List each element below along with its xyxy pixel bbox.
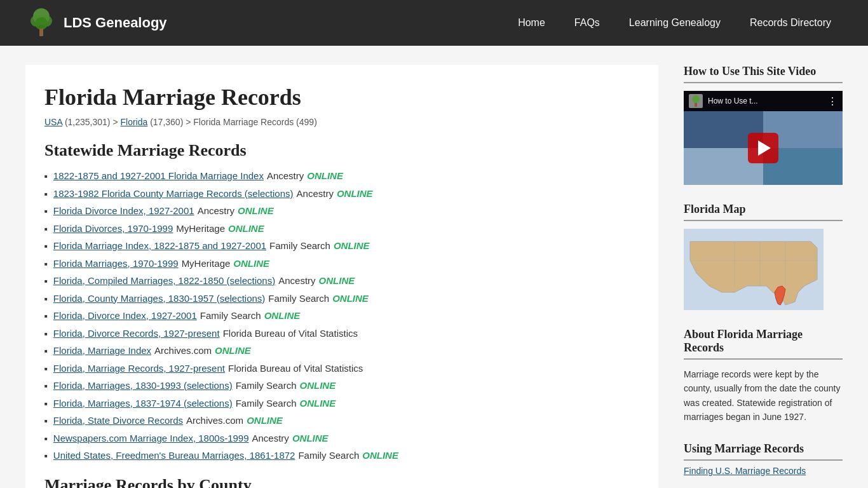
record-link[interactable]: Florida Divorce Index, 1927-2001 bbox=[53, 204, 194, 219]
record-link[interactable]: Florida, County Marriages, 1830-1957 (se… bbox=[53, 292, 266, 306]
using-heading: Using Marriage Records bbox=[684, 442, 843, 461]
provider-name: Archives.com bbox=[186, 414, 243, 428]
content-wrapper: Florida Marriage Records USA (1,235,301)… bbox=[0, 46, 868, 488]
svg-rect-6 bbox=[695, 103, 697, 107]
map-section: Florida Map bbox=[684, 203, 843, 310]
online-badge: ONLINE bbox=[233, 257, 269, 271]
list-item: Florida, State Divorce Records Archives.… bbox=[44, 414, 639, 428]
online-badge: ONLINE bbox=[362, 449, 398, 463]
breadcrumb-florida[interactable]: Florida bbox=[120, 117, 147, 127]
online-badge: ONLINE bbox=[300, 396, 336, 411]
video-options-icon[interactable]: ⋮ bbox=[827, 95, 837, 107]
list-item: Florida, Compiled Marriages, 1822-1850 (… bbox=[44, 274, 639, 288]
nav-records[interactable]: Records Directory bbox=[738, 12, 843, 34]
logo-area: LDS Genealogy bbox=[25, 7, 506, 39]
list-item: Newspapers.com Marriage Index, 1800s-199… bbox=[44, 431, 639, 446]
using-section: Using Marriage Records Finding U.S. Marr… bbox=[684, 442, 843, 476]
record-link[interactable]: Florida Divorces, 1970-1999 bbox=[53, 222, 173, 236]
list-item: Florida, Divorce Records, 1927-present F… bbox=[44, 327, 639, 341]
breadcrumb-florida-count: (17,360) bbox=[150, 117, 183, 127]
record-link[interactable]: Florida, Marriages, 1837-1974 (selection… bbox=[53, 396, 233, 411]
provider-name: Ancestry bbox=[278, 274, 315, 288]
provider-name: Florida Bureau of Vital Statistics bbox=[228, 362, 363, 376]
breadcrumb-usa-count: (1,235,301) bbox=[65, 117, 111, 127]
video-heading: How to Use This Site Video bbox=[684, 65, 843, 83]
svg-rect-4 bbox=[39, 29, 43, 36]
play-button[interactable] bbox=[748, 133, 778, 163]
record-link[interactable]: Newspapers.com Marriage Index, 1800s-199… bbox=[53, 431, 249, 446]
nav-home[interactable]: Home bbox=[506, 12, 557, 34]
online-badge: ONLINE bbox=[247, 414, 283, 428]
logo-tree-icon bbox=[25, 7, 57, 39]
online-badge: ONLINE bbox=[215, 344, 251, 358]
online-badge: ONLINE bbox=[332, 292, 369, 306]
video-section: How to Use This Site Video How to Use t.… bbox=[684, 65, 843, 185]
list-item: 1823-1982 Florida County Marriage Record… bbox=[44, 187, 639, 201]
provider-name: MyHeritage bbox=[182, 257, 231, 271]
list-item: Florida, County Marriages, 1830-1957 (se… bbox=[44, 292, 639, 306]
site-header: LDS Genealogy Home FAQs Learning Genealo… bbox=[0, 0, 868, 46]
about-section: About Florida Marriage Records Marriage … bbox=[684, 328, 843, 424]
online-badge: ONLINE bbox=[334, 239, 370, 254]
list-item: Florida, Marriages, 1837-1974 (selection… bbox=[44, 396, 639, 411]
online-badge: ONLINE bbox=[228, 222, 264, 236]
breadcrumb-usa[interactable]: USA bbox=[44, 117, 62, 127]
online-badge: ONLINE bbox=[337, 187, 373, 201]
list-item: Florida Marriage Index, 1822-1875 and 19… bbox=[44, 239, 639, 254]
video-bg bbox=[684, 111, 843, 185]
online-badge: ONLINE bbox=[238, 204, 274, 219]
online-badge: ONLINE bbox=[300, 379, 336, 393]
online-badge: ONLINE bbox=[307, 169, 343, 184]
main-nav: Home FAQs Learning Genealogy Records Dir… bbox=[506, 12, 843, 34]
record-link[interactable]: Florida Marriage Index, 1822-1875 and 19… bbox=[53, 239, 266, 254]
sidebar: How to Use This Site Video How to Use t.… bbox=[684, 65, 843, 488]
provider-name: Family Search bbox=[269, 239, 330, 254]
svg-point-5 bbox=[692, 95, 700, 103]
provider-name: Family Search bbox=[298, 449, 359, 463]
florida-map[interactable] bbox=[684, 229, 843, 310]
list-item: Florida Divorces, 1970-1999 MyHeritage O… bbox=[44, 222, 639, 236]
map-heading: Florida Map bbox=[684, 203, 843, 221]
record-link[interactable]: Florida, Marriage Records, 1927-present bbox=[53, 362, 225, 376]
record-link[interactable]: Florida, Marriages, 1830-1993 (selection… bbox=[53, 379, 233, 393]
provider-name: Florida Bureau of Vital Statistics bbox=[223, 327, 358, 341]
record-link[interactable]: 1822-1875 and 1927-2001 Florida Marriage… bbox=[53, 169, 264, 184]
svg-point-3 bbox=[35, 17, 48, 30]
online-badge: ONLINE bbox=[319, 274, 355, 288]
provider-name: Family Search bbox=[236, 379, 297, 393]
statewide-list: 1822-1875 and 1927-2001 Florida Marriage… bbox=[44, 169, 639, 463]
using-link[interactable]: Finding U.S. Marriage Records bbox=[684, 466, 843, 476]
list-item: 1822-1875 and 1927-2001 Florida Marriage… bbox=[44, 169, 639, 184]
about-text: Marriage records were kept by the county… bbox=[684, 367, 843, 424]
online-badge: ONLINE bbox=[292, 431, 329, 446]
provider-name: Family Search bbox=[268, 292, 329, 306]
record-link[interactable]: Florida Marriages, 1970-1999 bbox=[53, 257, 179, 271]
main-column: Florida Marriage Records USA (1,235,301)… bbox=[25, 65, 658, 488]
nav-faqs[interactable]: FAQs bbox=[563, 12, 611, 34]
record-link[interactable]: United States, Freedmen's Bureau Marriag… bbox=[53, 449, 295, 463]
video-bar: How to Use t... ⋮ bbox=[684, 91, 843, 111]
record-link[interactable]: 1823-1982 Florida County Marriage Record… bbox=[53, 187, 294, 201]
breadcrumb-trail: > Florida Marriage Records (499) bbox=[186, 117, 317, 127]
breadcrumb-sep1: > bbox=[112, 117, 120, 127]
nav-learning[interactable]: Learning Genealogy bbox=[618, 12, 732, 34]
record-link[interactable]: Florida, Compiled Marriages, 1822-1850 (… bbox=[53, 274, 275, 288]
record-link[interactable]: Florida, Divorce Index, 1927-2001 bbox=[53, 309, 197, 323]
breadcrumb: USA (1,235,301) > Florida (17,360) > Flo… bbox=[44, 117, 639, 127]
page-title: Florida Marriage Records bbox=[44, 84, 639, 111]
record-link[interactable]: Florida, Divorce Records, 1927-present bbox=[53, 327, 220, 341]
record-link[interactable]: Florida, Marriage Index bbox=[53, 344, 151, 358]
list-item: Florida, Divorce Index, 1927-2001 Family… bbox=[44, 309, 639, 323]
video-bar-icon bbox=[689, 94, 703, 108]
list-item: Florida, Marriages, 1830-1993 (selection… bbox=[44, 379, 639, 393]
provider-name: Ancestry bbox=[252, 431, 289, 446]
statewide-heading: Statewide Marriage Records bbox=[44, 141, 639, 160]
video-thumbnail[interactable]: How to Use t... ⋮ bbox=[684, 91, 843, 185]
provider-name: Ancestry bbox=[297, 187, 334, 201]
provider-name: Ancestry bbox=[198, 204, 234, 219]
list-item: Florida Marriages, 1970-1999 MyHeritage … bbox=[44, 257, 639, 271]
about-heading: About Florida Marriage Records bbox=[684, 328, 843, 360]
record-link[interactable]: Florida, State Divorce Records bbox=[53, 414, 183, 428]
list-item: Florida, Marriage Records, 1927-present … bbox=[44, 362, 639, 376]
logo-text: LDS Genealogy bbox=[64, 15, 167, 31]
